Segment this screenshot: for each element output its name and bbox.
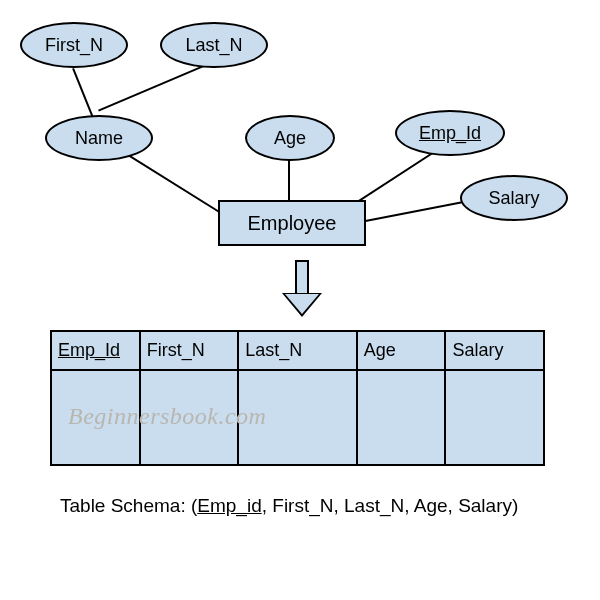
entity-label: Employee — [248, 212, 337, 235]
attribute-emp-id: Emp_Id — [395, 110, 505, 156]
attribute-label: Salary — [488, 188, 539, 209]
col-age: Age — [357, 331, 446, 370]
attribute-label: Last_N — [185, 35, 242, 56]
arrow-down-icon — [282, 260, 322, 320]
col-emp-id: Emp_Id — [51, 331, 140, 370]
table-schema-caption: Table Schema: (Emp_id, First_N, Last_N, … — [60, 495, 518, 517]
entity-employee: Employee — [218, 200, 366, 246]
attribute-salary: Salary — [460, 175, 568, 221]
attribute-first-n: First_N — [20, 22, 128, 68]
schema-table: Emp_Id First_N Last_N Age Salary — [50, 330, 545, 466]
attribute-last-n: Last_N — [160, 22, 268, 68]
attribute-label: Age — [274, 128, 306, 149]
table-header-row: Emp_Id First_N Last_N Age Salary — [51, 331, 544, 370]
col-salary: Salary — [445, 331, 544, 370]
er-diagram-canvas: First_N Last_N Name Age Emp_Id Salary Em… — [0, 0, 600, 600]
attribute-label: Emp_Id — [419, 123, 481, 144]
attribute-label: First_N — [45, 35, 103, 56]
attribute-label: Name — [75, 128, 123, 149]
table-row — [51, 370, 544, 465]
col-last-n: Last_N — [238, 331, 356, 370]
attribute-name: Name — [45, 115, 153, 161]
col-first-n: First_N — [140, 331, 239, 370]
attribute-age: Age — [245, 115, 335, 161]
